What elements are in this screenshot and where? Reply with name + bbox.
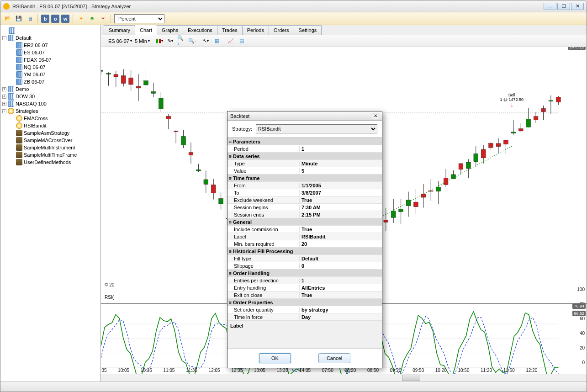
pg-row[interactable]: Session begins7:30 AM (227, 204, 382, 211)
pg-row[interactable]: Value5 (227, 167, 382, 175)
minimize-button[interactable]: — (544, 3, 556, 10)
expander-icon[interactable]: + (2, 102, 6, 106)
close-button[interactable]: ✕ (571, 3, 584, 10)
pg-group[interactable]: ⊟Time frame (227, 175, 382, 182)
property-grid[interactable]: ⊟ParametersPeriod1⊟Data seriesTypeMinute… (227, 138, 382, 321)
pg-row[interactable]: Entry handlingAllEntries (227, 284, 382, 291)
tree-item[interactable] (0, 27, 100, 34)
tree-item[interactable]: UserDefinedMethods (0, 159, 100, 166)
tree-item[interactable]: +NASDAQ 100 (0, 100, 100, 107)
tree-item[interactable]: RSIBandit (0, 122, 100, 129)
open-icon[interactable]: 📂 (3, 14, 12, 23)
x-tick: 11:20 (481, 368, 492, 373)
tree-item[interactable]: SampleMultiTimeFrame (0, 151, 100, 159)
tab-summary[interactable]: Summary (104, 25, 135, 35)
monitor-icon[interactable]: 🖥 (25, 14, 34, 23)
save-icon[interactable]: 💾 (14, 14, 23, 23)
svg-rect-33 (211, 185, 216, 193)
tree-item[interactable]: ES 06-07 (0, 49, 100, 56)
chart-icon[interactable]: 📈 (227, 37, 235, 45)
tree-item[interactable]: ER2 06-07 (0, 42, 100, 49)
pg-row[interactable]: Fill typeDefault (227, 255, 382, 262)
tab-executions[interactable]: Executions (183, 25, 217, 35)
b-button[interactable]: b (41, 15, 49, 23)
candle-style-icon[interactable]: ▮▮▾ (155, 37, 164, 45)
pg-group[interactable]: ⊟General (227, 218, 382, 226)
rsi-label: RSI( (105, 295, 114, 300)
expander-icon[interactable]: - (2, 36, 6, 40)
zoom-in-icon[interactable]: 🔍+ (177, 37, 185, 45)
pg-row[interactable]: Time in forceDay (227, 313, 382, 321)
pen-icon[interactable]: ✎▾ (166, 37, 175, 45)
tree-item[interactable]: FDAX 06-07 (0, 56, 100, 64)
tab-orders[interactable]: Orders (269, 25, 294, 35)
pg-group[interactable]: ⊟Order Handling (227, 270, 382, 277)
pg-row[interactable]: TypeMinute (227, 160, 382, 167)
pg-group[interactable]: ⊟Data series (227, 153, 382, 160)
tree-label: SampleAsmStrategy (24, 130, 69, 136)
interval-dropdown[interactable]: 5 Min ▾ (135, 38, 150, 44)
pg-row[interactable]: Session ends2:15 PM (227, 211, 382, 218)
tree-item[interactable]: SampleAsmStrategy (0, 129, 100, 137)
tab-settings[interactable]: Settings (294, 25, 322, 35)
ok-button[interactable]: OK (259, 353, 291, 363)
spark-yellow-icon[interactable]: ✦ (76, 14, 85, 23)
chart-content[interactable]: 1474.751474.501474.251474.001473.751473.… (101, 47, 587, 374)
strategy-select[interactable]: RSIBandit (256, 124, 377, 133)
pg-row[interactable]: Period1 (227, 145, 382, 153)
tab-trades[interactable]: Trades (217, 25, 243, 35)
pg-row[interactable]: Slippage0 (227, 262, 382, 270)
w-button[interactable]: w (61, 15, 69, 23)
tab-periods[interactable]: Periods (242, 25, 269, 35)
expander-icon[interactable]: - (2, 109, 6, 113)
pg-row[interactable]: From1/1/2005 (227, 182, 382, 189)
tree-item[interactable]: -Default (0, 34, 100, 42)
percent-combo[interactable]: Percent (114, 14, 164, 23)
cursor-icon[interactable]: ↖▾ (202, 37, 210, 45)
cancel-button[interactable]: Cancel (318, 353, 350, 363)
tree-item[interactable]: -Strategies (0, 107, 100, 115)
instrument-dropdown[interactable]: ES 06-07 ▾ (108, 38, 132, 44)
pg-row[interactable]: Exclude weekendTrue (227, 196, 382, 204)
horizontal-scrollbar[interactable] (101, 374, 587, 381)
tree-item[interactable]: EMACross (0, 115, 100, 122)
grid-icon[interactable]: ▤ (238, 37, 246, 45)
pg-row[interactable]: Entries per direction1 (227, 277, 382, 284)
pg-row[interactable]: Min. bars required20 (227, 240, 382, 248)
svg-rect-105 (481, 149, 486, 158)
tree-label: ES 06-07 (24, 50, 45, 55)
expander-icon[interactable]: + (2, 87, 6, 91)
tree-item[interactable]: NQ 06-07 (0, 64, 100, 71)
spark-red-icon[interactable]: ✶ (98, 14, 107, 23)
pg-row[interactable]: Set order quantityby strategy (227, 306, 382, 313)
pg-row[interactable]: Include commissionTrue (227, 226, 382, 233)
pg-group[interactable]: ⊟Parameters (227, 138, 382, 145)
pg-group[interactable]: ⊟Historical Fill Processing (227, 248, 382, 255)
tree-panel[interactable]: -DefaultER2 06-07ES 06-07FDAX 06-07NQ 06… (0, 25, 101, 381)
tree-item[interactable]: +DOW 30 (0, 93, 100, 100)
pack-icon (16, 137, 22, 143)
tree-item[interactable]: SampleMACrossOver (0, 137, 100, 144)
tab-graphs[interactable]: Graphs (157, 25, 183, 35)
dialog-close-icon[interactable]: ✕ (372, 113, 379, 119)
tree-item[interactable]: +Demo (0, 85, 100, 93)
panel-icon[interactable]: ▦ (213, 37, 221, 45)
trade-annotation: Sell1 @ 1472.50↓ (500, 93, 524, 107)
tab-chart[interactable]: Chart (135, 25, 157, 35)
expander-icon[interactable]: + (2, 95, 6, 99)
main-toolbar: 📂 💾 🖥 b o w ✦ ✸ ✶ Percent (0, 12, 587, 25)
ind-value-tag: 76.94 (572, 303, 586, 309)
tree-item[interactable]: YM 06-07 (0, 71, 100, 78)
zoom-out-icon[interactable]: 🔍- (188, 37, 196, 45)
o-button[interactable]: o (51, 15, 59, 23)
tree-item[interactable]: ZB 06-07 (0, 78, 100, 85)
svg-rect-15 (144, 81, 148, 85)
pg-group[interactable]: ⊟Order Properties (227, 299, 382, 306)
pg-row[interactable]: To3/8/2007 (227, 189, 382, 196)
tree-item[interactable]: SampleMultiInstrument (0, 144, 100, 151)
spark-green-icon[interactable]: ✸ (87, 14, 96, 23)
ind-y-tick: 40 (580, 331, 585, 336)
pg-row[interactable]: Exit on closeTrue (227, 291, 382, 299)
maximize-button[interactable]: ☐ (557, 3, 570, 10)
pg-row[interactable]: LabelRSIBandit (227, 233, 382, 240)
